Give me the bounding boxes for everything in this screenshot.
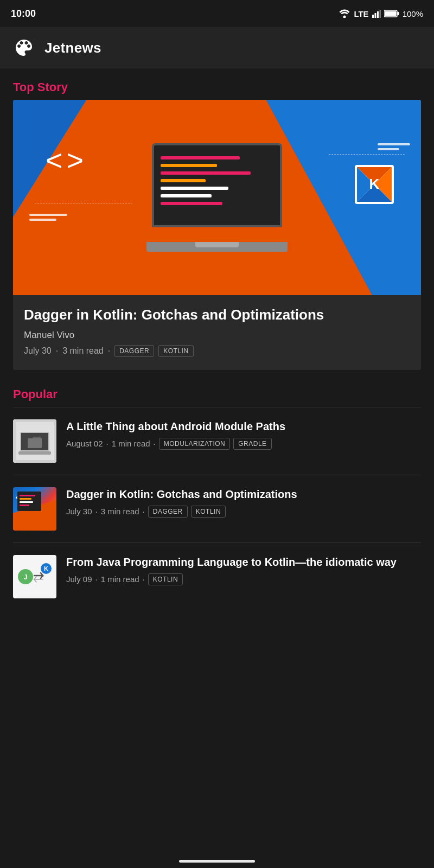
app-title: Jetnews xyxy=(44,40,101,56)
menu-lines-left xyxy=(29,214,67,221)
article-thumb-1 xyxy=(13,419,56,463)
meta-dot-1: · xyxy=(56,346,58,356)
article-info-1: A Little Thing about Android Module Path… xyxy=(66,419,421,450)
svg-rect-3 xyxy=(377,11,379,18)
top-story-label: Top Story xyxy=(13,80,68,94)
top-story-date: July 30 xyxy=(24,346,52,356)
article-title-3: From Java Programming Language to Kotlin… xyxy=(66,555,421,569)
popular-section: Popular A Little Thing about Android Mod… xyxy=(0,370,434,610)
article-meta-3: July 09 · 1 min read · KOTLIN xyxy=(66,573,421,585)
article-info-2: Dagger in Kotlin: Gotchas and Optimizati… xyxy=(66,487,421,518)
top-story-image-bg: < > xyxy=(13,100,421,295)
article-thumb-2: <> xyxy=(13,487,56,531)
top-story-image: < > xyxy=(13,100,421,295)
tag-dagger[interactable]: DAGGER xyxy=(114,345,154,357)
article-title-2: Dagger in Kotlin: Gotchas and Optimizati… xyxy=(66,487,421,501)
article-title-1: A Little Thing about Android Module Path… xyxy=(66,419,421,433)
home-indicator xyxy=(179,860,255,863)
app-header: Jetnews xyxy=(0,27,434,68)
article-date-2: July 30 xyxy=(66,507,92,516)
top-story-author: Manuel Vivo xyxy=(24,330,410,341)
article-item-2[interactable]: <> Dagger in Kotlin: Gotchas and Optimiz… xyxy=(0,475,434,542)
article-item-1[interactable]: A Little Thing about Android Module Path… xyxy=(0,407,434,475)
palette-icon xyxy=(13,37,35,59)
top-story-card[interactable]: < > xyxy=(13,100,421,370)
svg-rect-17 xyxy=(18,451,51,455)
article-read-3: 1 min read xyxy=(101,575,139,584)
tag-dagger-2[interactable]: DAGGER xyxy=(148,506,188,518)
status-time: 10:00 xyxy=(11,8,36,20)
article-read-1: 1 min read xyxy=(112,439,150,448)
article-meta-1: August 02 · 1 min read · MODULARIZATION … xyxy=(66,438,421,450)
meta-dot-2: · xyxy=(108,346,110,356)
tag-kotlin[interactable]: KOTLIN xyxy=(158,345,193,357)
svg-rect-4 xyxy=(379,10,381,18)
battery-icon xyxy=(384,9,399,18)
svg-text:K: K xyxy=(44,565,48,572)
svg-rect-6 xyxy=(397,12,399,15)
battery-percent: 100% xyxy=(403,9,423,18)
laptop-illustration xyxy=(146,143,288,252)
signal-icon xyxy=(372,9,381,18)
tag-modularization[interactable]: MODULARIZATION xyxy=(159,438,230,450)
svg-rect-7 xyxy=(385,11,396,16)
wifi-icon xyxy=(339,9,350,18)
tag-kotlin-3[interactable]: KOTLIN xyxy=(148,573,183,585)
top-story-meta: July 30 · 3 min read · DAGGER KOTLIN xyxy=(24,345,410,357)
svg-text:K: K xyxy=(369,176,380,192)
top-story-title: Dagger in Kotlin: Gotchas and Optimizati… xyxy=(24,306,410,324)
tag-gradle[interactable]: GRADLE xyxy=(233,438,271,450)
top-story-section-header: Top Story xyxy=(0,68,434,100)
svg-text:J: J xyxy=(24,573,28,581)
popular-label: Popular xyxy=(13,387,58,401)
article-meta-2: July 30 · 3 min read · DAGGER KOTLIN xyxy=(66,506,421,518)
article-info-3: From Java Programming Language to Kotlin… xyxy=(66,555,421,585)
top-story-content: Dagger in Kotlin: Gotchas and Optimizati… xyxy=(13,295,421,370)
svg-point-0 xyxy=(343,16,346,18)
article-thumb-3: J K xyxy=(13,555,56,598)
tag-kotlin-2[interactable]: KOTLIN xyxy=(191,506,226,518)
dotted-line-right xyxy=(329,154,405,155)
status-icons: LTE 100% xyxy=(339,9,423,18)
article-read-2: 3 min read xyxy=(101,507,139,516)
article-date-1: August 02 xyxy=(66,439,103,448)
article-date-3: July 09 xyxy=(66,575,92,584)
brackets-icon: < > xyxy=(46,143,81,177)
svg-rect-2 xyxy=(374,13,376,18)
svg-rect-1 xyxy=(372,15,374,18)
status-bar: 10:00 LTE 100% xyxy=(0,0,434,27)
top-story-read-time: 3 min read xyxy=(62,346,104,356)
menu-lines-right xyxy=(378,143,410,150)
article-item-3[interactable]: J K From Java Programming Language to Ko… xyxy=(0,543,434,610)
lte-label: LTE xyxy=(354,9,368,18)
svg-rect-18 xyxy=(28,438,42,448)
popular-header: Popular xyxy=(0,375,434,407)
kotlin-logo: K xyxy=(355,165,394,204)
dotted-line-left xyxy=(35,203,132,203)
